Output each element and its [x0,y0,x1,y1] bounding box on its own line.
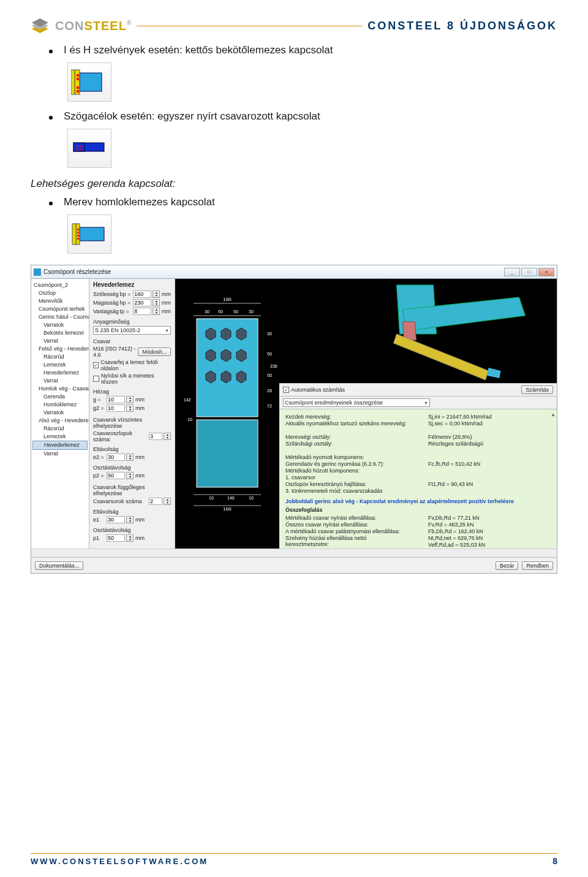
tree-item[interactable]: Lemezek [32,361,88,369]
tree-item[interactable]: Gerinc hátul - Csomólemezes [32,313,88,321]
maximize-button[interactable]: □ [521,268,537,276]
result-line: Mértékadó húzott komponens: [285,468,410,474]
dim-input[interactable] [133,299,151,306]
svg-marker-39 [221,371,231,383]
svg-text:50: 50 [267,352,272,356]
dim-input[interactable] [133,290,151,298]
svg-rect-22 [77,238,79,240]
svg-text:142: 142 [184,398,191,402]
header-title: CONSTEEL 8 ÚJDONSÁGOK [368,20,557,32]
result-line: Fv,Rd = 463,25 kN [428,522,551,528]
hpos-title: Csavarok vízszintes elhelyezése [93,417,171,429]
result-line: A mértékadó csavar palástnyomási ellenál… [285,528,410,534]
result-section-heading: Jobboldali gerinc alsó vég - Kapcsolat e… [285,498,551,504]
spinner-icon[interactable]: ▴▾ [126,396,134,403]
tree-item[interactable]: Rácsrúd [32,353,88,361]
e1-input[interactable] [107,516,125,523]
svg-rect-8 [77,86,79,89]
svg-rect-6 [77,74,79,77]
svg-point-12 [77,146,78,148]
document-button[interactable]: Dokumentálás... [35,561,83,570]
scroll-up-icon[interactable]: ▲ [551,412,556,417]
summary-title: Összefoglalás [285,507,551,513]
result-line: Oszlopöv keresztirányú hajlítása: [285,481,410,487]
tree-item[interactable]: Felső vég - Hevederes ill [32,345,88,353]
tree-item[interactable]: Oszlop [32,289,88,297]
results-panel[interactable]: Kezdeti merevség:Aktuális nyomatékhoz ta… [279,409,557,549]
calculate-button[interactable]: Számítás [521,385,553,394]
bolt-value: M16 (ISO 7412) - 4.6 [93,346,136,358]
svg-text:10: 10 [209,496,214,500]
spinner-icon[interactable]: ▴▾ [126,454,134,461]
logo: CONSTEEL® [31,18,132,33]
tree-item[interactable]: Gerenda [32,393,88,401]
svg-marker-40 [236,371,246,383]
tree-item[interactable]: Lemezek [32,433,88,441]
result-line [285,427,410,433]
horizontal-scrollbar[interactable] [31,549,557,557]
svg-point-13 [80,146,81,148]
tree-panel[interactable]: Csomópont_2OszlopMerevítőkCsomóponti ter… [31,279,89,549]
tree-item[interactable]: Csomópont_2 [32,281,88,289]
e2-input[interactable] [107,454,125,461]
spinner-icon[interactable]: ▴▾ [126,534,134,542]
cols-input[interactable] [149,433,162,440]
result-line: Mértékadó csavar nyírási ellenállása: [285,515,410,521]
tree-item[interactable]: Varratok [32,409,88,417]
close-button[interactable]: × [538,268,554,276]
svg-rect-16 [80,227,104,241]
svg-text:10: 10 [187,417,192,422]
tree-item[interactable]: Rácsrúd [32,425,88,433]
result-view-select[interactable]: Csomópont eredményeinek összegzése▼ [283,398,430,407]
tree-item[interactable]: Hevederlemez [32,369,88,377]
result-line: Kezdeti merevség: [285,414,410,420]
3d-viewport[interactable] [279,279,557,383]
logo-text-con: CON [55,19,84,32]
result-line: Aktuális nyomatékhoz tartozó szekáns mer… [285,420,410,427]
spinner-icon[interactable]: ▴▾ [153,308,160,315]
tree-item[interactable]: Csomóponti terhek [32,305,88,313]
tree-item[interactable]: Homloklemez [32,401,88,409]
tree-item[interactable]: Merevítők [32,297,88,305]
tree-item[interactable]: Bekötés lemezei [32,329,88,337]
2d-diagram: 180 30505030 [175,279,279,549]
autocalc-checkbox[interactable]: ✓Automatikus számítás [283,387,345,393]
spinner-icon[interactable]: ▴▾ [126,472,134,479]
ok-button[interactable]: Rendben [522,561,553,570]
p2-input[interactable] [107,472,125,479]
svg-text:140: 140 [227,496,235,500]
tree-item[interactable]: Hevederlemez [32,441,88,450]
chevron-down-icon: ▼ [424,401,428,405]
tree-item[interactable]: Varrat [32,377,88,385]
spinner-icon[interactable]: ▴▾ [126,516,134,523]
spinner-icon[interactable]: ▴▾ [153,299,160,306]
svg-text:50: 50 [233,309,238,314]
spinner-icon[interactable]: ▴▾ [164,433,171,440]
rows-input[interactable] [149,498,162,505]
tree-item[interactable]: Homlok vég - Csavarozo [32,385,88,393]
svg-text:72: 72 [267,404,272,408]
grade-select[interactable]: S 235 EN 10025-2▼ [93,326,171,335]
g-input[interactable] [107,396,125,403]
page-header: CONSTEEL® CONSTEEL 8 ÚJDONSÁGOK [31,18,557,33]
spinner-icon[interactable]: ▴▾ [126,404,134,412]
g2-input[interactable] [107,404,125,412]
result-line: Csoportos kiszakadási ellenállás: [285,548,410,549]
result-line: Sj,sec = 0,00 kNm/rad [428,420,551,427]
result-line [428,447,551,454]
shear-plane-checkbox[interactable]: Nyírási sík a menetes részen [93,373,171,385]
p1-input[interactable] [107,534,125,542]
tree-item[interactable]: Varratok [32,321,88,329]
close-dialog-button[interactable]: Bezár [496,561,519,570]
modify-button[interactable]: Módosít... [138,347,171,356]
result-line: Gerendaöv és gerinc nyomása (6.2.6.7): [285,461,410,467]
tree-item[interactable]: Varrat [32,337,88,345]
spinner-icon[interactable]: ▴▾ [164,498,171,505]
minimize-button[interactable]: _ [504,268,520,276]
spinner-icon[interactable]: ▴▾ [153,290,160,298]
grade-label: Anyagminőség [93,319,171,325]
tree-item[interactable]: Varrat [32,450,88,458]
bolt-head-side-checkbox[interactable]: ✓Csavarfej a lemez felöli oldalon [93,359,171,371]
tree-item[interactable]: Alsó vég - Hevederes ille [32,417,88,425]
dim-input[interactable] [133,308,151,315]
